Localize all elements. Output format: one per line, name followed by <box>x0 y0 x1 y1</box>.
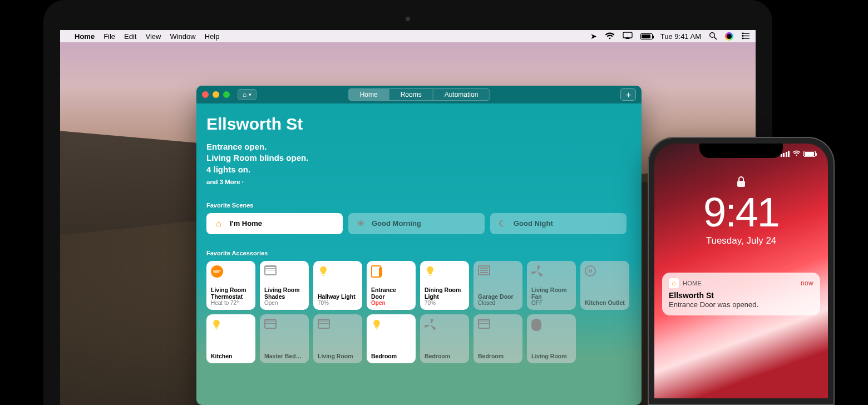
favorite-scenes-label: Favorite Scenes <box>206 202 632 209</box>
notification-header: ⌂ HOME now <box>669 278 813 288</box>
menu-file[interactable]: File <box>103 32 115 41</box>
wifi-icon <box>792 150 801 158</box>
home-app-icon: ⌂ <box>669 278 679 288</box>
menu-window[interactable]: Window <box>170 32 195 41</box>
scenes-grid: ⌂ I'm Home ☀ Good Morning ☾ Good Night <box>206 213 632 234</box>
siri-icon[interactable] <box>725 32 733 41</box>
scene-good-morning[interactable]: ☀ Good Morning <box>348 213 485 234</box>
spotlight-icon[interactable] <box>709 32 717 41</box>
tile-name: Kitchen Outlet <box>585 299 625 306</box>
accessory-tile[interactable]: Kitchen Outlet <box>580 261 629 310</box>
house-icon: ⌂ <box>243 91 246 98</box>
accessory-tile[interactable]: 68°Living Room ThermostatHeat to 72° <box>206 261 255 310</box>
svg-point-8 <box>742 37 744 39</box>
view-tabs: Home Rooms Automation <box>348 88 490 101</box>
accessory-tile[interactable]: Bedroom <box>474 314 522 363</box>
menubar-right: ➤ Tue 9:41 AM <box>590 32 750 41</box>
camera-dot <box>406 17 410 21</box>
tile-state: Closed <box>478 300 518 306</box>
tile-name: Entrance Door <box>371 287 411 300</box>
accessory-tile[interactable]: Entrance DoorOpen <box>367 261 416 310</box>
tile-name: Living Room Thermostat <box>211 287 251 300</box>
home-dropdown[interactable]: ⌂ ▾ <box>238 89 257 100</box>
tile-name: Living Room Shades <box>264 287 304 300</box>
mac-menubar: Home File Edit View Window Help ➤ Tue 9:… <box>60 30 756 42</box>
scene-good-night[interactable]: ☾ Good Night <box>490 213 627 234</box>
accessory-tile[interactable]: Bedroom <box>367 314 416 363</box>
tab-rooms[interactable]: Rooms <box>389 89 433 100</box>
minimize-button[interactable] <box>213 91 219 98</box>
tile-state: Heat to 72° <box>211 300 251 306</box>
airplay-icon[interactable] <box>623 32 633 41</box>
wifi-icon[interactable] <box>605 32 615 41</box>
chevron-down-icon: ▾ <box>249 92 251 97</box>
home-app-body: Ellsworth St Entrance open. Living Room … <box>196 103 642 405</box>
tile-state: OFF <box>531 300 571 306</box>
menu-help[interactable]: Help <box>205 32 220 41</box>
tile-state: 70% <box>425 300 465 306</box>
scene-label: I'm Home <box>230 219 262 228</box>
tile-name: Living Room Fan <box>531 287 571 300</box>
close-button[interactable] <box>202 91 209 98</box>
notification-card[interactable]: ⌂ HOME now Ellsworth St Entrance Door wa… <box>662 273 820 315</box>
menu-view[interactable]: View <box>145 32 161 41</box>
svg-line-2 <box>714 37 717 39</box>
favorite-accessories-label: Favorite Accessories <box>206 250 632 256</box>
scene-label: Good Morning <box>372 219 421 228</box>
iphone-notch <box>699 144 783 158</box>
scene-im-home[interactable]: ⌂ I'm Home <box>206 213 343 234</box>
tab-home[interactable]: Home <box>349 89 389 100</box>
accessory-tile[interactable]: Living Room <box>527 314 576 363</box>
lock-date: Tuesday, July 24 <box>654 235 828 246</box>
lock-time: 9:41 <box>654 192 828 233</box>
tile-name: Hallway Light <box>318 293 358 300</box>
menu-edit[interactable]: Edit <box>124 32 136 41</box>
zoom-button[interactable] <box>223 91 230 98</box>
scene-label: Good Night <box>514 219 553 228</box>
svg-rect-9 <box>737 181 745 187</box>
tile-state: Open <box>371 300 411 306</box>
tile-state: 70% <box>318 300 358 306</box>
notification-body: Entrance Door was opened. <box>669 300 813 309</box>
window-controls <box>202 91 230 98</box>
menubar-left: Home File Edit View Window Help <box>75 32 219 41</box>
add-button[interactable]: ＋ <box>620 88 636 101</box>
tile-name: Bedroom <box>478 353 518 359</box>
tile-name: Bedroom <box>425 353 465 359</box>
moon-icon: ☾ <box>497 218 508 229</box>
svg-point-6 <box>742 32 744 34</box>
status-line-1: Entrance open. <box>206 141 632 152</box>
accessory-tiles-row2: KitchenMaster Bed…Living RoomBedroomBedr… <box>206 314 632 363</box>
battery-icon[interactable] <box>640 33 653 39</box>
notification-title: Ellsworth St <box>669 291 813 300</box>
accessory-tile[interactable]: Garage DoorClosed <box>474 261 522 310</box>
accessory-tile[interactable]: Dining Room Light70% <box>420 261 469 310</box>
tile-name: Living Room <box>531 353 571 359</box>
accessory-tile[interactable]: Master Bed… <box>260 314 309 363</box>
svg-point-7 <box>742 35 744 37</box>
sunrise-icon: ☀ <box>355 218 366 229</box>
accessory-tile[interactable]: Kitchen <box>206 314 255 363</box>
location-icon[interactable]: ➤ <box>590 32 597 40</box>
accessory-tile[interactable]: Living Room ShadesOpen <box>260 261 309 310</box>
accessory-tile[interactable]: Bedroom <box>420 314 469 363</box>
tile-name: Living Room <box>318 353 358 359</box>
accessory-tile[interactable]: Hallway Light70% <box>313 261 362 310</box>
tile-name: Master Bed… <box>264 353 304 359</box>
status-more-link[interactable]: and 3 More › <box>206 179 244 185</box>
menubar-clock[interactable]: Tue 9:41 AM <box>660 32 701 41</box>
battery-icon <box>803 151 816 157</box>
menubar-app-name[interactable]: Home <box>75 32 95 41</box>
notification-center-icon[interactable] <box>741 32 750 41</box>
accessory-tile[interactable]: Living Room <box>313 314 362 363</box>
notification-app-name: HOME <box>683 280 702 287</box>
tile-state: Open <box>264 300 304 306</box>
status-more-text: and 3 More <box>206 179 240 185</box>
accessory-tiles-row1: 68°Living Room ThermostatHeat to 72°Livi… <box>206 261 632 310</box>
tile-name: Kitchen <box>211 353 251 359</box>
iphone-frame: 9:41 Tuesday, July 24 ⌂ HOME now Ellswor… <box>648 137 835 405</box>
tab-automation[interactable]: Automation <box>433 89 490 100</box>
home-window-titlebar: ⌂ ▾ Home Rooms Automation ＋ <box>196 86 642 103</box>
accessory-tile[interactable]: Living Room FanOFF <box>527 261 576 310</box>
home-person-icon: ⌂ <box>213 218 224 229</box>
